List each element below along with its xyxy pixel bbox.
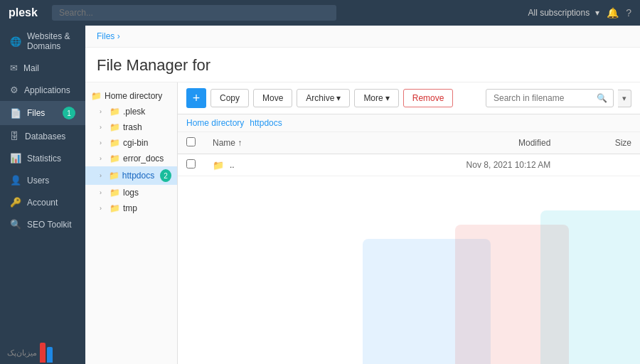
path-home-link[interactable]: Home directory — [186, 118, 244, 128]
applications-icon: ⚙ — [10, 85, 18, 95]
chevron-down-icon: ▾ — [595, 8, 599, 18]
logo-bar2 — [47, 347, 53, 363]
sidebar-item-statistics-label: Statistics — [27, 154, 61, 164]
more-button[interactable]: More ▾ — [354, 89, 398, 107]
path-bar: Home directory httpdocs — [178, 114, 640, 132]
topbar: plesk All subscriptions ▾ 🔔 ? — [0, 0, 640, 26]
sidebar-item-applications-label: Applications — [24, 85, 70, 95]
watermark: میزبان‌پک — [7, 343, 53, 363]
modified-header[interactable]: Modified — [316, 132, 560, 154]
sidebar-item-databases[interactable]: 🗄 Databases — [0, 125, 85, 147]
help-icon[interactable]: ? — [626, 7, 631, 18]
logo-bar1 — [40, 343, 46, 363]
tree-arrow-icon: › — [100, 124, 107, 131]
databases-icon: 🗄 — [10, 131, 19, 141]
tree-item-plesk[interactable]: › 📁 .plesk — [85, 104, 177, 119]
tree-root-label: Home directory — [105, 91, 162, 101]
row-modified-cell: Nov 8, 2021 10:12 AM — [316, 154, 560, 176]
archive-chevron-icon: ▾ — [336, 93, 341, 103]
tree-item-tmp-label: tmp — [123, 203, 137, 213]
folder-icon: 📁 — [110, 203, 120, 213]
modified-header-label: Modified — [518, 138, 550, 148]
sidebar-item-users[interactable]: 👤 Users — [0, 169, 85, 191]
search-filter-button[interactable]: ▾ — [618, 90, 631, 107]
tree-item-plesk-label: .plesk — [123, 107, 145, 117]
sidebar-item-seo-label: SEO Toolkit — [27, 220, 71, 230]
folder-icon: 📁 — [110, 107, 120, 117]
drop-hint-blue — [363, 239, 491, 364]
file-table: Name ↑ Modified Size — [178, 132, 640, 364]
search-filename-input[interactable] — [494, 93, 593, 103]
tree-root[interactable]: 📁 Home directory — [85, 88, 177, 104]
breadcrumb: Files › — [85, 26, 640, 48]
move-button[interactable]: Move — [253, 89, 292, 107]
folder-icon: 📁 — [110, 154, 120, 164]
subscriptions-label: All subscriptions — [528, 8, 590, 18]
subscriptions-dropdown[interactable]: All subscriptions ▾ — [528, 8, 600, 18]
tree-arrow-icon: › — [100, 155, 107, 162]
drop-hint-teal — [540, 210, 640, 364]
tree-item-tmp[interactable]: › 📁 tmp — [85, 200, 177, 216]
row-size-cell — [559, 154, 640, 176]
watermark-logo — [40, 343, 53, 363]
tree-item-error-docs-label: error_docs — [123, 154, 164, 164]
copy-button[interactable]: Copy — [210, 89, 249, 107]
breadcrumb-files[interactable]: Files — [97, 31, 114, 41]
tree-item-error-docs[interactable]: › 📁 error_docs — [85, 151, 177, 166]
sidebar-item-files-label: Files — [27, 108, 45, 118]
tree-item-trash[interactable]: › 📁 trash — [85, 119, 177, 135]
row-name-cell[interactable]: 📁 .. — [204, 154, 316, 176]
size-header[interactable]: Size — [559, 132, 640, 154]
tree-item-logs[interactable]: › 📁 logs — [85, 185, 177, 200]
search-box: 🔍 — [486, 89, 614, 107]
row-name: .. — [230, 160, 235, 170]
tree-item-httpdocs[interactable]: › 📁 httpdocs 2 — [85, 166, 177, 185]
file-panel: + Copy Move Archive ▾ More ▾ Remove — [178, 82, 640, 364]
archive-button[interactable]: Archive ▾ — [297, 89, 350, 107]
statistics-icon: 📊 — [10, 153, 21, 164]
sidebar-item-mail[interactable]: ✉ Mail — [0, 57, 85, 79]
tree-item-trash-label: trash — [123, 122, 142, 132]
folder-up-icon: 📁 — [213, 160, 224, 171]
tree-panel: 📁 Home directory › 📁 .plesk › 📁 trash — [85, 82, 178, 364]
users-icon: 👤 — [10, 175, 21, 186]
sidebar-item-seo[interactable]: 🔍 SEO Toolkit — [0, 213, 85, 235]
row-checkbox-cell — [178, 154, 204, 176]
more-chevron-icon: ▾ — [385, 93, 390, 103]
tree-arrow-icon: › — [100, 189, 107, 196]
files-badge: 1 — [63, 107, 75, 119]
account-icon: 🔑 — [10, 197, 21, 208]
topbar-icons: 🔔 ? — [607, 7, 631, 18]
mail-icon: ✉ — [10, 63, 18, 73]
sidebar-item-statistics[interactable]: 📊 Statistics — [0, 147, 85, 169]
row-checkbox[interactable] — [186, 159, 196, 168]
websites-icon: 🌐 — [10, 36, 21, 47]
sidebar-item-account[interactable]: 🔑 Account — [0, 191, 85, 213]
page-title: File Manager for — [85, 48, 640, 82]
sidebar-item-websites[interactable]: 🌐 Websites & Domains — [0, 26, 85, 57]
size-header-label: Size — [615, 138, 631, 148]
tree-item-cgi-bin[interactable]: › 📁 cgi-bin — [85, 135, 177, 151]
sidebar-item-account-label: Account — [27, 198, 58, 208]
tree-item-httpdocs-label: httpdocs — [122, 171, 154, 181]
table-row: 📁 .. Nov 8, 2021 10:12 AM — [178, 154, 640, 176]
sidebar-item-users-label: Users — [27, 176, 49, 186]
drop-hint-red — [455, 225, 569, 364]
path-httpdocs-link[interactable]: httpdocs — [250, 118, 282, 128]
add-button[interactable]: + — [186, 88, 206, 108]
file-row-up: 📁 .. — [213, 160, 307, 171]
remove-button[interactable]: Remove — [403, 89, 454, 107]
tree-item-logs-label: logs — [123, 188, 139, 198]
topbar-search-input[interactable] — [52, 5, 336, 21]
checkbox-header — [178, 132, 204, 154]
httpdocs-badge: 2 — [160, 169, 171, 182]
tree-arrow-icon: › — [100, 108, 107, 115]
select-all-checkbox[interactable] — [186, 137, 196, 146]
content-area: Files › File Manager for 📁 Home director… — [85, 26, 640, 364]
bell-icon[interactable]: 🔔 — [607, 7, 619, 18]
sidebar-item-applications[interactable]: ⚙ Applications — [0, 79, 85, 101]
table-header: Name ↑ Modified Size — [178, 132, 640, 154]
sidebar-item-files[interactable]: 📄 Files 1 — [0, 101, 85, 125]
sidebar: 🌐 Websites & Domains ✉ Mail ⚙ Applicatio… — [0, 26, 85, 364]
name-header[interactable]: Name ↑ — [204, 132, 316, 154]
